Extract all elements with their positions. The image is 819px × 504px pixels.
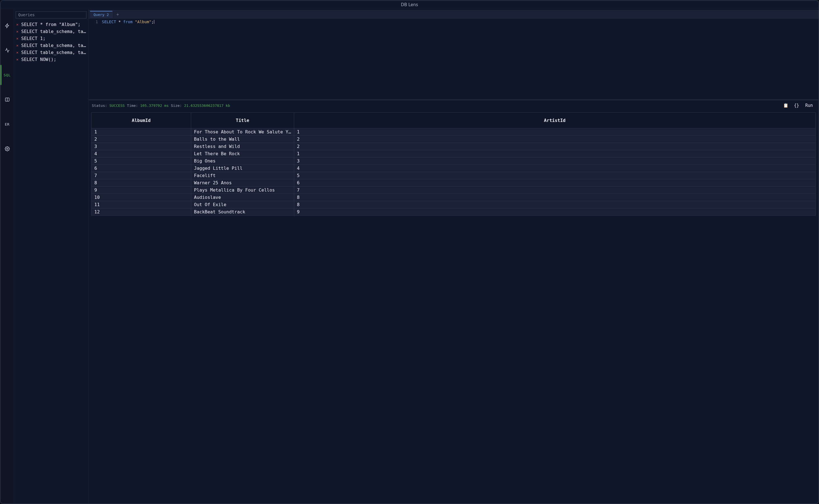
table-cell: Jagged Little Pill	[191, 165, 294, 172]
table-row[interactable]: 6Jagged Little Pill4	[91, 165, 816, 172]
delete-query-icon[interactable]: ✕	[16, 57, 18, 62]
query-text: SELECT table_schema, ta…	[21, 43, 86, 48]
status-label: Status:	[92, 103, 107, 108]
status-row: Status: SUCCESS Time: 105.379792 ms Size…	[88, 100, 818, 111]
table-cell: BackBeat Soundtrack	[191, 208, 294, 216]
table-cell: Let There Be Rock	[191, 150, 294, 157]
table-cell: 1	[294, 150, 815, 157]
svg-point-2	[6, 148, 8, 150]
results-pane: AlbumIdTitleArtistId 1For Those About To…	[88, 111, 818, 503]
queries-header: Queries	[16, 11, 86, 18]
editor-tabs: Query 2 +	[88, 10, 818, 18]
braces-icon[interactable]: {}	[792, 102, 801, 109]
table-cell: Balls to the Wall	[191, 136, 294, 143]
table-cell: 7	[91, 172, 191, 179]
table-cell: 11	[91, 201, 191, 208]
clipboard-icon[interactable]: 📋	[782, 102, 790, 109]
query-item[interactable]: ✕SELECT table_schema, ta…	[16, 49, 86, 56]
table-cell: 12	[91, 208, 191, 216]
query-text: SELECT table_schema, ta…	[21, 29, 86, 34]
table-cell: 4	[91, 150, 191, 157]
table-row[interactable]: 7Facelift5	[91, 172, 816, 179]
query-item[interactable]: ✕SELECT NOW();	[16, 56, 86, 63]
main-area: Query 2 + 1 SELECT * from "Album"; Statu…	[88, 9, 818, 503]
table-cell: 1	[294, 128, 815, 136]
table-cell: 9	[294, 208, 815, 216]
results-header-row: AlbumIdTitleArtistId	[91, 113, 816, 128]
activity-icon	[5, 48, 10, 53]
status-value: SUCCESS	[109, 103, 125, 108]
table-cell: 9	[91, 187, 191, 194]
editor-gutter: 1	[88, 18, 100, 100]
column-header[interactable]: AlbumId	[91, 113, 191, 128]
table-row[interactable]: 10Audioslave8	[91, 194, 816, 201]
table-cell: Out Of Exile	[191, 201, 294, 208]
editor-cursor	[154, 20, 154, 24]
table-cell: Big Ones	[191, 157, 294, 165]
table-cell: 2	[294, 143, 815, 150]
rail-activity[interactable]	[1, 45, 14, 56]
query-item[interactable]: ✕SELECT * from "Album";	[16, 21, 86, 28]
delete-query-icon[interactable]: ✕	[16, 36, 18, 41]
query-item[interactable]: ✕SELECT table_schema, ta…	[16, 42, 86, 49]
table-row[interactable]: 9Plays Metallica By Four Cellos7	[91, 187, 816, 194]
bolt-icon	[5, 23, 10, 28]
table-cell: 1	[91, 128, 191, 136]
table-cell: For Those About To Rock We Salute Y…	[191, 128, 294, 136]
query-item[interactable]: ✕SELECT table_schema, ta…	[16, 28, 86, 35]
table-cell: 8	[294, 201, 815, 208]
table-cell: 5	[294, 172, 815, 179]
run-button[interactable]: Run	[803, 102, 815, 109]
table-row[interactable]: 3Restless and Wild2	[91, 143, 816, 150]
panel-icon	[5, 97, 10, 102]
query-text: SELECT table_schema, ta…	[21, 50, 86, 55]
code-star: *	[116, 20, 123, 24]
size-value: 21.632553606237817 kb	[184, 103, 230, 108]
query-list: ✕SELECT * from "Album";✕SELECT table_sch…	[14, 21, 88, 63]
table-cell: 8	[294, 194, 815, 201]
table-row[interactable]: 11Out Of Exile8	[91, 201, 816, 208]
tab-add[interactable]: +	[115, 12, 121, 17]
column-header[interactable]: ArtistId	[294, 113, 815, 128]
size-label: Size:	[171, 103, 182, 108]
table-row[interactable]: 12BackBeat Soundtrack9	[91, 208, 816, 216]
tab-query-2[interactable]: Query 2	[90, 11, 112, 18]
table-row[interactable]: 8Warner 25 Anos6	[91, 179, 816, 187]
query-text: SELECT 1;	[21, 36, 46, 41]
table-row[interactable]: 5Big Ones3	[91, 157, 816, 165]
rail-settings[interactable]	[1, 143, 14, 154]
table-cell: 2	[294, 136, 815, 143]
kw-select: SELECT	[102, 20, 116, 24]
table-row[interactable]: 1For Those About To Rock We Salute Y…1	[91, 128, 816, 136]
delete-query-icon[interactable]: ✕	[16, 22, 18, 27]
column-header[interactable]: Title	[191, 113, 294, 128]
time-label: Time:	[127, 103, 138, 108]
query-text: SELECT NOW();	[21, 57, 56, 62]
delete-query-icon[interactable]: ✕	[16, 50, 18, 55]
gear-icon	[5, 146, 10, 151]
code-str: "Album"	[135, 20, 151, 24]
table-cell: Restless and Wild	[191, 143, 294, 150]
sql-editor[interactable]: 1 SELECT * from "Album";	[88, 18, 818, 100]
rail-er[interactable]: ER	[1, 119, 14, 130]
rail-sql[interactable]: SQL	[1, 69, 14, 81]
table-cell: Facelift	[191, 172, 294, 179]
app-body: SQL ER Queries ✕SELECT * from "Album";✕S…	[1, 9, 818, 503]
queries-panel: Queries ✕SELECT * from "Album";✕SELECT t…	[14, 9, 88, 503]
delete-query-icon[interactable]: ✕	[16, 29, 18, 34]
table-row[interactable]: 2Balls to the Wall2	[91, 136, 816, 143]
rail-panel[interactable]	[1, 94, 14, 105]
line-number: 1	[88, 20, 98, 24]
app-title: DB Lens	[401, 2, 418, 7]
table-cell: 8	[91, 179, 191, 187]
table-row[interactable]: 4Let There Be Rock1	[91, 150, 816, 157]
query-item[interactable]: ✕SELECT 1;	[16, 35, 86, 42]
kw-from: from	[123, 20, 133, 24]
delete-query-icon[interactable]: ✕	[16, 43, 18, 48]
er-label: ER	[5, 122, 10, 126]
rail-bolt[interactable]	[1, 20, 14, 31]
table-cell: 10	[91, 194, 191, 201]
results-table: AlbumIdTitleArtistId 1For Those About To…	[91, 112, 816, 216]
table-cell: 7	[294, 187, 815, 194]
table-cell: 3	[294, 157, 815, 165]
